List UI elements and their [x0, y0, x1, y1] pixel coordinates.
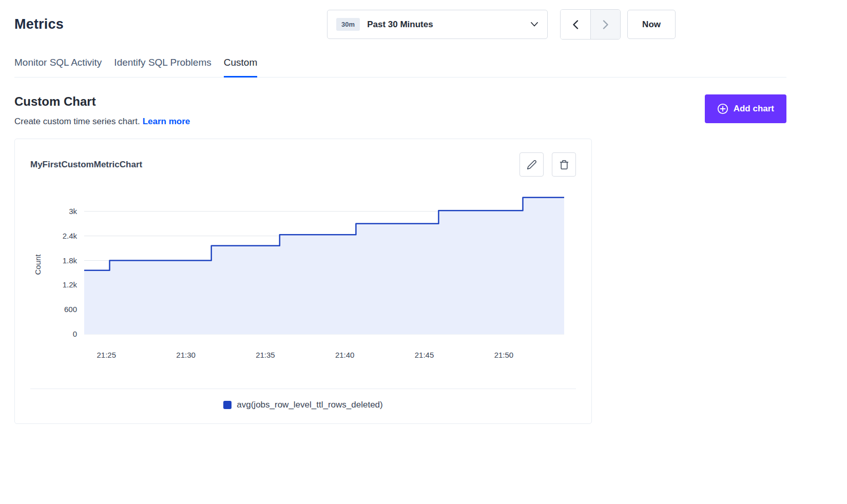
section-text: Custom Chart Create custom time series c…: [14, 94, 190, 127]
svg-text:1.2k: 1.2k: [63, 280, 78, 289]
time-next-button[interactable]: [590, 10, 620, 39]
svg-text:21:25: 21:25: [97, 351, 117, 359]
time-controls: 30m Past 30 Minutes Now: [327, 9, 676, 40]
chart-actions: [519, 152, 576, 177]
time-nav-group: [560, 9, 621, 40]
chart-legend: avg(jobs_row_level_ttl_rows_deleted): [30, 400, 576, 410]
add-chart-label: Add chart: [734, 104, 774, 114]
legend-swatch: [223, 401, 232, 409]
chevron-left-icon: [572, 20, 579, 29]
svg-text:21:40: 21:40: [335, 351, 355, 359]
section-description-text: Create custom time series chart.: [14, 117, 140, 126]
svg-text:21:35: 21:35: [256, 351, 275, 359]
svg-text:21:45: 21:45: [415, 351, 434, 359]
now-button[interactable]: Now: [627, 10, 676, 39]
topbar: Metrics 30m Past 30 Minutes Now: [14, 9, 786, 40]
tab-monitor-sql-activity[interactable]: Monitor SQL Activity: [14, 57, 102, 77]
custom-chart-card: MyFirstCustomMetricChart 06001.2k1.8k2.4…: [14, 139, 592, 424]
page-title: Metrics: [14, 16, 64, 32]
chevron-right-icon: [603, 20, 609, 29]
chart-card-header: MyFirstCustomMetricChart: [30, 152, 576, 177]
tab-identify-sql-problems[interactable]: Identify SQL Problems: [114, 57, 211, 77]
svg-text:3k: 3k: [69, 207, 77, 216]
chevron-down-icon: [531, 22, 538, 27]
trash-icon: [559, 160, 569, 170]
time-prev-button[interactable]: [561, 10, 590, 39]
section-description: Create custom time series chart.Learn mo…: [14, 117, 190, 127]
learn-more-link[interactable]: Learn more: [143, 117, 190, 126]
plus-circle-icon: [717, 103, 728, 114]
svg-text:2.4k: 2.4k: [63, 231, 78, 240]
svg-text:1.8k: 1.8k: [63, 256, 78, 265]
metrics-page: Metrics 30m Past 30 Minutes Now Moni: [0, 0, 847, 444]
custom-chart-section-head: Custom Chart Create custom time series c…: [14, 94, 786, 127]
add-chart-button[interactable]: Add chart: [705, 94, 786, 123]
time-range-dropdown[interactable]: 30m Past 30 Minutes: [327, 10, 548, 39]
custom-metric-chart: 06001.2k1.8k2.4k3k21:2521:3021:3521:4021…: [30, 189, 577, 366]
card-divider: [30, 389, 576, 389]
svg-text:21:30: 21:30: [176, 351, 196, 359]
metrics-tabs: Monitor SQL Activity Identify SQL Proble…: [14, 57, 786, 77]
time-range-label: Past 30 Minutes: [367, 20, 433, 30]
time-range-badge: 30m: [336, 18, 360, 31]
svg-text:Count: Count: [33, 254, 42, 275]
section-title: Custom Chart: [14, 94, 190, 109]
legend-label: avg(jobs_row_level_ttl_rows_deleted): [237, 400, 382, 410]
tab-custom[interactable]: Custom: [224, 57, 257, 77]
delete-chart-button[interactable]: [552, 152, 576, 177]
edit-chart-button[interactable]: [519, 152, 544, 177]
svg-text:600: 600: [64, 305, 77, 314]
chart-title: MyFirstCustomMetricChart: [30, 160, 142, 170]
svg-text:21:50: 21:50: [494, 351, 514, 359]
pencil-icon: [527, 160, 537, 170]
svg-text:0: 0: [73, 329, 77, 338]
